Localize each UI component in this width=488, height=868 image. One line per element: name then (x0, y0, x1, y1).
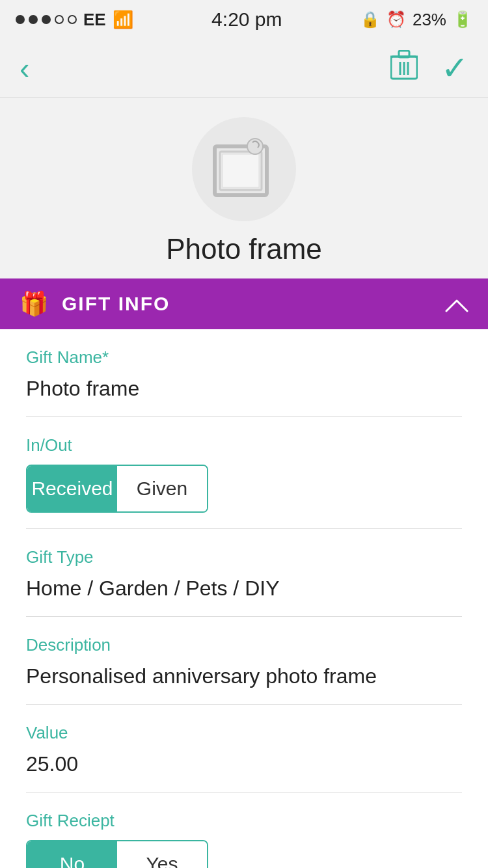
given-button[interactable]: Given (117, 466, 207, 511)
delete-button[interactable] (390, 50, 418, 87)
wifi-icon: 📶 (113, 10, 133, 30)
gift-name-field: Gift Name* Photo frame (26, 329, 462, 417)
gift-name-value[interactable]: Photo frame (26, 377, 462, 401)
dot5 (68, 15, 77, 24)
nav-actions: ✓ (390, 49, 468, 87)
save-button[interactable]: ✓ (441, 49, 468, 87)
form-body: Gift Name* Photo frame In/Out Received G… (0, 329, 488, 868)
section-header-left: 🎁 GIFT INFO (20, 290, 170, 318)
description-value[interactable]: Personalised anniversary photo frame (26, 664, 462, 688)
status-left: EE 📶 (16, 10, 133, 30)
battery-icon: 🔋 (453, 10, 472, 29)
description-label: Description (26, 635, 462, 655)
status-bar: EE 📶 4:20 pm 🔒 ⏰ 23% 🔋 (0, 0, 488, 39)
dot4 (55, 15, 64, 24)
in-out-label: In/Out (26, 435, 462, 455)
gift-receipt-label: Gift Reciept (26, 811, 462, 831)
gift-type-value[interactable]: Home / Garden / Pets / DIY (26, 576, 462, 601)
value-field: Value 25.00 (26, 705, 462, 793)
gift-icon: 🎁 (20, 290, 49, 318)
collapse-icon[interactable] (445, 290, 468, 318)
receipt-toggle[interactable]: No Yes (26, 840, 208, 868)
item-title: Photo frame (166, 233, 322, 265)
back-button[interactable]: ‹ (20, 51, 29, 86)
gift-type-label: Gift Type (26, 547, 462, 567)
lock-icon: 🔒 (360, 10, 380, 29)
battery-label: 23% (413, 10, 446, 30)
time-display: 4:20 pm (211, 8, 282, 31)
value-label: Value (26, 723, 462, 743)
photo-frame-image (208, 133, 280, 205)
image-section: Photo frame (0, 98, 488, 278)
section-header[interactable]: 🎁 GIFT INFO (0, 278, 488, 329)
yes-button[interactable]: Yes (117, 841, 207, 868)
dot1 (16, 15, 25, 24)
dot3 (42, 15, 51, 24)
carrier-label: EE (83, 10, 106, 30)
value-value[interactable]: 25.00 (26, 752, 462, 776)
dot2 (29, 15, 38, 24)
nav-bar: ‹ ✓ (0, 39, 488, 98)
gift-type-field: Gift Type Home / Garden / Pets / DIY (26, 529, 462, 617)
svg-rect-8 (223, 154, 259, 187)
status-right: 🔒 ⏰ 23% 🔋 (360, 10, 472, 30)
received-button[interactable]: Received (27, 466, 117, 511)
gift-receipt-field: Gift Reciept No Yes (26, 793, 462, 868)
section-title: GIFT INFO (62, 293, 170, 315)
no-button[interactable]: No (27, 841, 117, 868)
alarm-icon: ⏰ (386, 10, 406, 29)
gift-name-label: Gift Name* (26, 347, 462, 368)
avatar (192, 117, 296, 221)
in-out-toggle[interactable]: Received Given (26, 465, 208, 513)
description-field: Description Personalised anniversary pho… (26, 617, 462, 705)
signal-dots (16, 15, 77, 24)
in-out-field: In/Out Received Given (26, 417, 462, 529)
